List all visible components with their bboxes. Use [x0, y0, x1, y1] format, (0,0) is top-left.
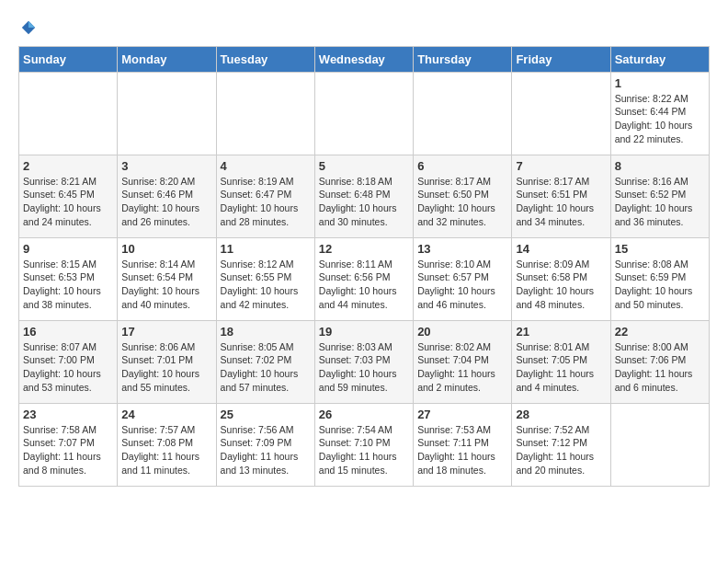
weekday-header: Thursday [414, 46, 512, 72]
day-info: Sunrise: 7:54 AMSunset: 7:10 PMDaylight:… [319, 423, 409, 477]
logo [18, 18, 710, 37]
calendar-day-cell: 8Sunrise: 8:16 AMSunset: 6:52 PMDaylight… [610, 155, 709, 237]
weekday-header: Wednesday [314, 46, 413, 72]
day-number: 3 [121, 159, 211, 173]
calendar-week-row: 16Sunrise: 8:07 AMSunset: 7:00 PMDayligh… [19, 320, 710, 403]
day-info: Sunrise: 8:17 AMSunset: 6:50 PMDaylight:… [417, 175, 507, 229]
day-info: Sunrise: 8:15 AMSunset: 6:53 PMDaylight:… [23, 258, 113, 312]
day-info: Sunrise: 8:20 AMSunset: 6:46 PMDaylight:… [121, 175, 211, 229]
calendar-day-cell: 3Sunrise: 8:20 AMSunset: 6:46 PMDaylight… [118, 155, 216, 237]
day-number: 27 [417, 408, 507, 421]
calendar-day-cell [118, 72, 216, 155]
day-number: 1 [615, 76, 705, 90]
calendar-day-cell [216, 72, 314, 155]
day-number: 26 [319, 408, 409, 421]
calendar-day-cell: 16Sunrise: 8:07 AMSunset: 7:00 PMDayligh… [19, 320, 118, 403]
day-number: 19 [319, 325, 409, 339]
calendar-day-cell [314, 72, 413, 155]
day-number: 10 [121, 242, 211, 256]
day-info: Sunrise: 8:14 AMSunset: 6:54 PMDaylight:… [121, 258, 211, 312]
logo-icon [20, 19, 37, 36]
calendar-header-row: SundayMondayTuesdayWednesdayThursdayFrid… [19, 46, 710, 72]
day-info: Sunrise: 8:12 AMSunset: 6:55 PMDaylight:… [221, 258, 311, 312]
calendar-week-row: 2Sunrise: 8:21 AMSunset: 6:45 PMDaylight… [19, 155, 710, 237]
day-number: 20 [417, 325, 507, 339]
calendar-day-cell: 14Sunrise: 8:09 AMSunset: 6:58 PMDayligh… [512, 237, 610, 320]
day-number: 24 [121, 408, 211, 421]
calendar-day-cell: 27Sunrise: 7:53 AMSunset: 7:11 PMDayligh… [414, 403, 512, 486]
calendar-day-cell: 17Sunrise: 8:06 AMSunset: 7:01 PMDayligh… [118, 320, 216, 403]
day-info: Sunrise: 7:56 AMSunset: 7:09 PMDaylight:… [221, 423, 311, 477]
day-info: Sunrise: 8:17 AMSunset: 6:51 PMDaylight:… [516, 175, 606, 229]
calendar-day-cell: 7Sunrise: 8:17 AMSunset: 6:51 PMDaylight… [512, 155, 610, 237]
calendar-day-cell: 18Sunrise: 8:05 AMSunset: 7:02 PMDayligh… [216, 320, 314, 403]
day-info: Sunrise: 8:07 AMSunset: 7:00 PMDaylight:… [23, 340, 113, 395]
day-info: Sunrise: 8:16 AMSunset: 6:52 PMDaylight:… [615, 175, 705, 229]
day-info: Sunrise: 8:22 AMSunset: 6:44 PMDaylight:… [615, 92, 705, 146]
calendar-day-cell: 11Sunrise: 8:12 AMSunset: 6:55 PMDayligh… [216, 237, 314, 320]
day-number: 8 [615, 159, 705, 173]
day-number: 4 [221, 159, 311, 173]
day-info: Sunrise: 8:19 AMSunset: 6:47 PMDaylight:… [221, 175, 311, 229]
day-number: 7 [516, 159, 606, 173]
calendar-day-cell: 19Sunrise: 8:03 AMSunset: 7:03 PMDayligh… [314, 320, 413, 403]
day-info: Sunrise: 8:21 AMSunset: 6:45 PMDaylight:… [23, 175, 113, 229]
day-info: Sunrise: 7:52 AMSunset: 7:12 PMDaylight:… [516, 423, 606, 477]
day-number: 12 [319, 242, 409, 256]
day-info: Sunrise: 8:09 AMSunset: 6:58 PMDaylight:… [516, 258, 606, 312]
calendar-day-cell: 28Sunrise: 7:52 AMSunset: 7:12 PMDayligh… [512, 403, 610, 486]
calendar-day-cell: 2Sunrise: 8:21 AMSunset: 6:45 PMDaylight… [19, 155, 118, 237]
calendar-day-cell: 24Sunrise: 7:57 AMSunset: 7:08 PMDayligh… [118, 403, 216, 486]
calendar-day-cell: 26Sunrise: 7:54 AMSunset: 7:10 PMDayligh… [314, 403, 413, 486]
day-info: Sunrise: 7:58 AMSunset: 7:07 PMDaylight:… [23, 423, 113, 477]
day-number: 9 [23, 242, 113, 256]
calendar-day-cell: 10Sunrise: 8:14 AMSunset: 6:54 PMDayligh… [118, 237, 216, 320]
calendar-day-cell [512, 72, 610, 155]
weekday-header: Monday [118, 46, 216, 72]
calendar-day-cell [414, 72, 512, 155]
calendar-day-cell: 5Sunrise: 8:18 AMSunset: 6:48 PMDaylight… [314, 155, 413, 237]
calendar-day-cell: 4Sunrise: 8:19 AMSunset: 6:47 PMDaylight… [216, 155, 314, 237]
calendar-week-row: 1Sunrise: 8:22 AMSunset: 6:44 PMDaylight… [19, 72, 710, 155]
day-number: 16 [23, 325, 113, 339]
calendar-day-cell: 25Sunrise: 7:56 AMSunset: 7:09 PMDayligh… [216, 403, 314, 486]
calendar-week-row: 23Sunrise: 7:58 AMSunset: 7:07 PMDayligh… [19, 403, 710, 486]
calendar-day-cell [610, 403, 709, 486]
day-number: 28 [516, 408, 606, 421]
day-info: Sunrise: 8:06 AMSunset: 7:01 PMDaylight:… [121, 340, 211, 395]
calendar-day-cell: 20Sunrise: 8:02 AMSunset: 7:04 PMDayligh… [414, 320, 512, 403]
day-number: 18 [221, 325, 311, 339]
calendar-day-cell: 12Sunrise: 8:11 AMSunset: 6:56 PMDayligh… [314, 237, 413, 320]
calendar-day-cell: 21Sunrise: 8:01 AMSunset: 7:05 PMDayligh… [512, 320, 610, 403]
page-wrapper: SundayMondayTuesdayWednesdayThursdayFrid… [18, 18, 710, 487]
day-info: Sunrise: 8:02 AMSunset: 7:04 PMDaylight:… [417, 340, 507, 395]
day-info: Sunrise: 8:01 AMSunset: 7:05 PMDaylight:… [516, 340, 606, 395]
calendar-day-cell: 22Sunrise: 8:00 AMSunset: 7:06 PMDayligh… [610, 320, 709, 403]
day-info: Sunrise: 8:11 AMSunset: 6:56 PMDaylight:… [319, 258, 409, 312]
day-info: Sunrise: 8:08 AMSunset: 6:59 PMDaylight:… [615, 258, 705, 312]
day-number: 15 [615, 242, 705, 256]
calendar: SundayMondayTuesdayWednesdayThursdayFrid… [18, 46, 710, 487]
weekday-header: Tuesday [216, 46, 314, 72]
day-number: 23 [23, 408, 113, 421]
calendar-day-cell [19, 72, 118, 155]
day-number: 21 [516, 325, 606, 339]
day-number: 14 [516, 242, 606, 256]
calendar-day-cell: 9Sunrise: 8:15 AMSunset: 6:53 PMDaylight… [19, 237, 118, 320]
day-info: Sunrise: 8:05 AMSunset: 7:02 PMDaylight:… [221, 340, 311, 395]
day-info: Sunrise: 7:57 AMSunset: 7:08 PMDaylight:… [121, 423, 211, 477]
day-number: 22 [615, 325, 705, 339]
day-number: 13 [417, 242, 507, 256]
day-info: Sunrise: 7:53 AMSunset: 7:11 PMDaylight:… [417, 423, 507, 477]
calendar-day-cell: 23Sunrise: 7:58 AMSunset: 7:07 PMDayligh… [19, 403, 118, 486]
calendar-day-cell: 13Sunrise: 8:10 AMSunset: 6:57 PMDayligh… [414, 237, 512, 320]
day-number: 6 [417, 159, 507, 173]
day-number: 5 [319, 159, 409, 173]
calendar-day-cell: 15Sunrise: 8:08 AMSunset: 6:59 PMDayligh… [610, 237, 709, 320]
day-info: Sunrise: 8:03 AMSunset: 7:03 PMDaylight:… [319, 340, 409, 395]
calendar-day-cell: 1Sunrise: 8:22 AMSunset: 6:44 PMDaylight… [610, 72, 709, 155]
day-number: 17 [121, 325, 211, 339]
weekday-header: Saturday [610, 46, 709, 72]
day-info: Sunrise: 8:00 AMSunset: 7:06 PMDaylight:… [615, 340, 705, 395]
weekday-header: Friday [512, 46, 610, 72]
